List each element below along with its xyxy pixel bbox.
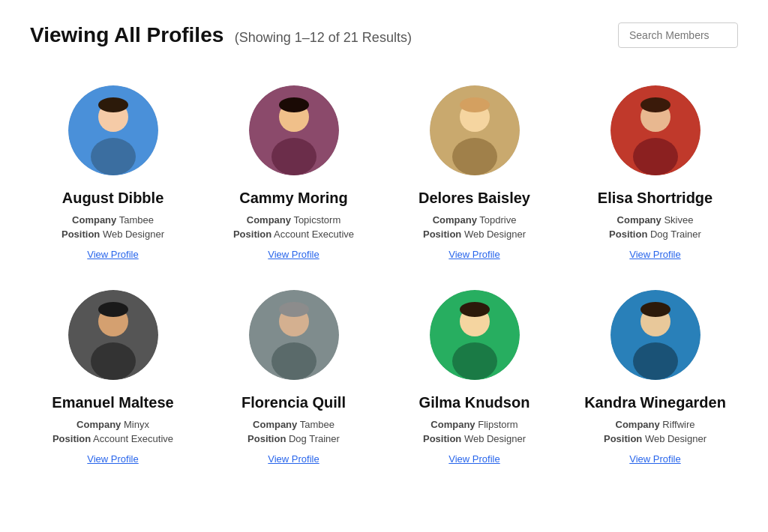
avatar bbox=[430, 85, 520, 175]
profile-card: Emanuel Maltese Company Minyx Position A… bbox=[30, 275, 196, 472]
svg-point-6 bbox=[279, 97, 309, 112]
svg-point-14 bbox=[640, 97, 670, 112]
svg-point-3 bbox=[91, 138, 136, 175]
avatar bbox=[430, 290, 520, 380]
profile-company: Company Riffwire bbox=[616, 419, 695, 430]
profile-company: Company Flipstorm bbox=[430, 419, 518, 430]
avatar bbox=[249, 290, 339, 380]
profile-name: Elisa Shortridge bbox=[598, 189, 712, 207]
position-label: Position bbox=[609, 229, 647, 240]
search-input[interactable] bbox=[618, 22, 738, 48]
company-label: Company bbox=[72, 214, 116, 226]
svg-point-31 bbox=[633, 342, 678, 380]
avatar bbox=[68, 290, 158, 380]
company-label: Company bbox=[616, 419, 660, 430]
profiles-grid: August Dibble Company Tambee Position We… bbox=[30, 70, 738, 472]
view-profile-link[interactable]: View Profile bbox=[448, 453, 500, 465]
profile-position: Position Account Executive bbox=[52, 433, 173, 444]
position-label: Position bbox=[233, 229, 272, 240]
svg-point-10 bbox=[460, 97, 490, 112]
company-label: Company bbox=[617, 214, 662, 226]
header-title-group: Viewing All Profiles (Showing 1–12 of 21… bbox=[30, 23, 412, 47]
profile-company: Company Topdrive bbox=[433, 214, 517, 226]
view-profile-link[interactable]: View Profile bbox=[629, 249, 680, 260]
profile-position: Position Web Designer bbox=[423, 433, 526, 444]
position-label: Position bbox=[62, 229, 100, 240]
profile-name: August Dibble bbox=[62, 189, 164, 207]
profile-name: Gilma Knudson bbox=[419, 393, 530, 411]
profile-name: Cammy Moring bbox=[239, 189, 347, 207]
svg-point-11 bbox=[452, 138, 497, 175]
profile-card: Elisa Shortridge Company Skivee Position… bbox=[572, 70, 738, 267]
profile-card: Gilma Knudson Company Flipstorm Position… bbox=[392, 275, 557, 472]
profile-position: Position Web Designer bbox=[62, 229, 164, 240]
company-label: Company bbox=[433, 214, 477, 226]
position-label: Position bbox=[248, 433, 286, 444]
view-profile-link[interactable]: View Profile bbox=[268, 249, 319, 260]
svg-point-23 bbox=[272, 342, 316, 380]
company-label: Company bbox=[253, 419, 297, 430]
avatar bbox=[249, 85, 339, 175]
page-title: Viewing All Profiles bbox=[30, 23, 224, 46]
profile-name: Emanuel Maltese bbox=[52, 393, 173, 411]
svg-point-18 bbox=[98, 302, 128, 317]
view-profile-link[interactable]: View Profile bbox=[268, 453, 319, 465]
view-profile-link[interactable]: View Profile bbox=[448, 249, 500, 260]
svg-point-22 bbox=[279, 302, 309, 317]
profile-company: Company Tambee bbox=[72, 214, 154, 226]
profile-card: Kandra Winegarden Company Riffwire Posit… bbox=[572, 275, 738, 472]
profile-card: August Dibble Company Tambee Position We… bbox=[30, 70, 196, 267]
profile-card: Cammy Moring Company Topicstorm Position… bbox=[211, 70, 376, 267]
profile-company: Company Topicstorm bbox=[247, 214, 340, 226]
company-label: Company bbox=[247, 214, 291, 226]
svg-point-7 bbox=[272, 138, 316, 175]
svg-point-26 bbox=[460, 302, 490, 317]
profile-company: Company Tambee bbox=[253, 419, 334, 430]
profile-name: Florencia Quill bbox=[242, 393, 346, 411]
profile-position: Position Web Designer bbox=[604, 433, 706, 444]
profile-name: Delores Baisley bbox=[418, 189, 530, 207]
view-profile-link[interactable]: View Profile bbox=[87, 249, 138, 260]
page-header: Viewing All Profiles (Showing 1–12 of 21… bbox=[30, 22, 738, 48]
company-label: Company bbox=[430, 419, 475, 430]
profile-card: Florencia Quill Company Tambee Position … bbox=[211, 275, 376, 472]
svg-point-19 bbox=[91, 342, 136, 380]
svg-point-15 bbox=[633, 138, 678, 175]
profile-company: Company Skivee bbox=[617, 214, 694, 226]
position-label: Position bbox=[423, 229, 461, 240]
profile-card: Delores Baisley Company Topdrive Positio… bbox=[392, 70, 557, 267]
avatar bbox=[68, 85, 158, 175]
position-label: Position bbox=[604, 433, 642, 444]
company-label: Company bbox=[76, 419, 121, 430]
svg-point-2 bbox=[98, 97, 128, 112]
avatar bbox=[610, 290, 700, 380]
profile-position: Position Dog Trainer bbox=[609, 229, 701, 240]
avatar bbox=[610, 85, 700, 175]
position-label: Position bbox=[52, 433, 91, 444]
profile-name: Kandra Winegarden bbox=[584, 393, 726, 411]
position-label: Position bbox=[423, 433, 461, 444]
profile-position: Position Dog Trainer bbox=[248, 433, 340, 444]
profile-company: Company Minyx bbox=[76, 419, 149, 430]
profile-position: Position Web Designer bbox=[423, 229, 526, 240]
svg-point-27 bbox=[452, 342, 497, 380]
profile-position: Position Account Executive bbox=[233, 229, 354, 240]
svg-point-30 bbox=[640, 302, 670, 317]
view-profile-link[interactable]: View Profile bbox=[629, 453, 680, 465]
page-subtitle: (Showing 1–12 of 21 Results) bbox=[235, 30, 412, 45]
view-profile-link[interactable]: View Profile bbox=[87, 453, 138, 465]
